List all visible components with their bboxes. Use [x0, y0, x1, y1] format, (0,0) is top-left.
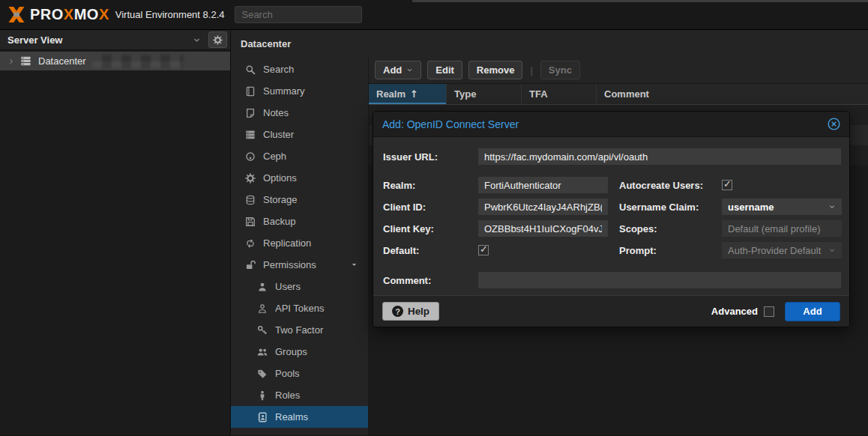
advanced-checkbox[interactable]	[764, 306, 774, 317]
client-id-input[interactable]	[478, 199, 608, 215]
menu-item-label: Permissions	[263, 259, 316, 270]
autocreate-users-label: Autocreate Users:	[619, 180, 722, 191]
tree-item-label: Datacenter	[38, 55, 86, 67]
id-card-icon	[256, 412, 268, 423]
chevron-down-icon	[828, 203, 836, 211]
dialog-footer: ? Help Advanced Add	[373, 295, 849, 327]
menu-item-ha[interactable]: HA	[231, 428, 368, 435]
dialog-titlebar[interactable]: Add: OpenID Connect Server	[373, 112, 849, 137]
tag-icon	[256, 369, 268, 379]
realm-label: Realm:	[383, 180, 478, 191]
menu-item-label: Cluster	[263, 129, 294, 140]
autocreate-users-checkbox[interactable]	[722, 180, 732, 190]
column-header-tfa[interactable]: TFA	[522, 84, 597, 104]
menu-item-search[interactable]: Search	[231, 58, 368, 80]
issuer-url-label: Issuer URL:	[383, 151, 478, 163]
prompt-label: Prompt:	[619, 245, 722, 256]
gear-icon	[213, 35, 223, 45]
menu-item-label: HA	[263, 433, 277, 435]
username-claim-select[interactable]: username	[722, 199, 842, 215]
table-header: Realm ↑ Type TFA Comment	[369, 84, 868, 105]
book-icon	[244, 86, 256, 97]
menu-item-cluster[interactable]: Cluster	[231, 124, 368, 145]
view-selector-label: Server View	[7, 34, 193, 46]
menu-item-storage[interactable]: Storage	[231, 189, 368, 211]
backup-icon	[244, 217, 256, 227]
scopes-input[interactable]	[722, 220, 842, 237]
client-key-input[interactable]	[478, 220, 608, 237]
replication-icon	[244, 238, 256, 249]
dialog-title: Add: OpenID Connect Server	[382, 118, 519, 130]
proxmox-logo-text: PROXMOX	[30, 6, 109, 23]
menu-item-label: Summary	[263, 85, 305, 97]
remove-button[interactable]: Remove	[468, 61, 523, 79]
menu-item-api-tokens[interactable]: API Tokens	[231, 297, 368, 319]
menu-item-pools[interactable]: Pools	[231, 363, 368, 384]
add-button-label: Add	[383, 64, 402, 76]
ceph-icon	[244, 151, 256, 162]
tree-settings-button[interactable]	[208, 31, 227, 48]
menu-item-label: Roles	[275, 390, 300, 401]
menu-item-backup[interactable]: Backup	[231, 211, 368, 232]
menu-item-realms[interactable]: Realms	[231, 406, 368, 428]
menu-item-groups[interactable]: Groups	[231, 341, 368, 363]
ha-icon	[244, 434, 256, 436]
top-header: PROXMOX Virtual Environment 8.2.4	[0, 0, 868, 30]
menu-item-ceph[interactable]: Ceph	[231, 145, 368, 167]
tree-item-datacenter[interactable]: Datacenter	[0, 52, 230, 70]
proxmox-app: PROXMOX Virtual Environment 8.2.4 Server…	[0, 0, 868, 436]
chevron-down-icon	[828, 246, 836, 254]
sync-button[interactable]: Sync	[540, 61, 580, 79]
column-header-realm[interactable]: Realm ↑	[369, 84, 447, 104]
dialog-body: Issuer URL: Realm: Autocreate Users: Cli…	[373, 148, 849, 288]
menu-item-label: Users	[275, 281, 301, 292]
username-claim-label: Username Claim:	[619, 202, 722, 213]
comment-label: Comment:	[383, 275, 478, 286]
menu-item-users[interactable]: Users	[231, 276, 368, 297]
edit-button[interactable]: Edit	[427, 61, 462, 79]
key-icon	[256, 325, 268, 336]
menu-item-two-factor[interactable]: Two Factor	[231, 319, 368, 341]
issuer-url-input[interactable]	[478, 148, 841, 165]
redacted-text	[92, 55, 184, 68]
column-header-comment[interactable]: Comment	[597, 84, 868, 104]
person-icon	[256, 390, 268, 401]
chevron-down-icon	[193, 36, 201, 44]
note-icon	[244, 108, 256, 118]
datacenter-menu: SearchSummaryNotesClusterCephOptionsStor…	[231, 57, 369, 435]
cluster-icon	[244, 130, 256, 140]
users-icon	[256, 347, 268, 357]
toolbar: Add Edit Remove | Sync	[369, 57, 868, 84]
dialog-add-openid: Add: OpenID Connect Server Issuer URL: R…	[373, 111, 850, 327]
default-label: Default:	[383, 245, 478, 256]
add-button[interactable]: Add	[375, 61, 421, 79]
menu-item-label: Realms	[275, 411, 308, 423]
prompt-select[interactable]: Auth-Provider Default	[722, 242, 842, 258]
unlock-icon	[244, 260, 256, 270]
menu-item-label: Search	[263, 64, 294, 75]
default-checkbox[interactable]	[478, 245, 489, 255]
close-button[interactable]	[828, 118, 840, 130]
chevron-right-icon[interactable]	[7, 58, 15, 65]
search-input[interactable]	[235, 6, 362, 23]
column-header-type[interactable]: Type	[447, 84, 522, 104]
view-selector[interactable]: Server View	[0, 30, 230, 50]
menu-item-summary[interactable]: Summary	[231, 80, 368, 102]
page-title: Datacenter	[231, 30, 868, 57]
datacenter-icon	[20, 55, 31, 67]
menu-item-roles[interactable]: Roles	[231, 384, 368, 406]
menu-item-replication[interactable]: Replication	[231, 232, 368, 254]
menu-item-options[interactable]: Options	[231, 167, 368, 189]
realm-input[interactable]	[478, 177, 608, 193]
add-submit-button[interactable]: Add	[785, 302, 840, 321]
menu-item-label: Storage	[263, 194, 298, 205]
menu-item-notes[interactable]: Notes	[231, 102, 368, 124]
sort-asc-icon: ↑	[410, 88, 418, 100]
toolbar-separator: |	[530, 64, 532, 76]
help-button[interactable]: ? Help	[382, 302, 439, 321]
comment-input[interactable]	[478, 272, 841, 288]
product-version-label: Virtual Environment 8.2.4	[115, 9, 225, 20]
chevron-down-icon	[406, 67, 413, 73]
menu-item-permissions[interactable]: Permissions	[231, 254, 368, 276]
menu-item-label: Pools	[275, 368, 300, 379]
